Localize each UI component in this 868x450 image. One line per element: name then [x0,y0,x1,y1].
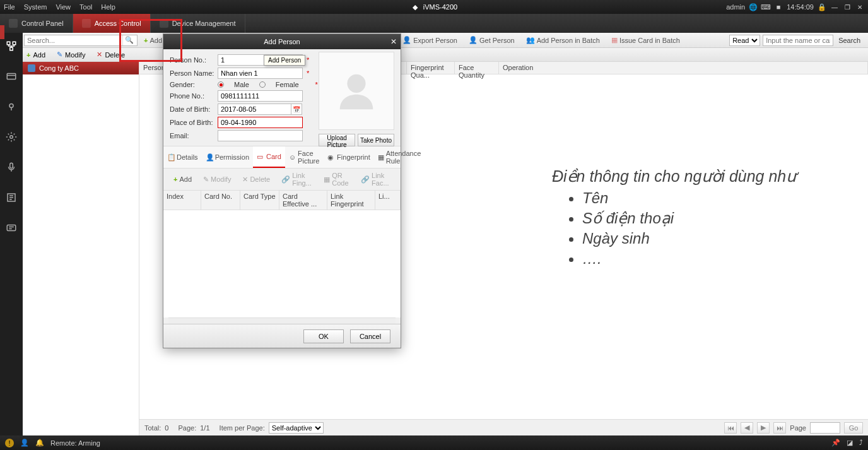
org-modify[interactable]: ✎Modify [57,50,85,59]
item-per-page-select[interactable]: Self-adaptive [269,422,324,434]
dtab-face[interactable]: ☺Face Picture [285,146,324,168]
pager-last[interactable]: ⏭ [773,422,786,434]
rail-message-icon[interactable] [4,221,18,235]
status-collapse-icon[interactable]: ⤴ [859,439,863,447]
calendar-icon[interactable]: 📅 [291,104,302,115]
pager-first[interactable]: ⏮ [724,422,737,434]
keyboard-icon[interactable]: ⌨ [761,3,770,11]
card-icon: ▭ [257,153,264,160]
card-col-effective[interactable]: Card Effective ... [279,191,327,210]
input-email[interactable] [218,130,303,141]
status-window-icon[interactable]: ◪ [847,439,853,447]
toolbar-get-person[interactable]: 👤Get Person [464,33,520,47]
filter-input[interactable] [763,35,833,46]
pager-page-input[interactable] [810,422,840,434]
tab-device-management[interactable]: Device Management [151,14,245,33]
pager-next[interactable]: ▶ [757,422,770,434]
warning-icon[interactable]: ! [5,439,14,447]
app-icon: ◆ [411,3,419,11]
search-wrap: 🔍 [24,35,138,46]
label-gender: Gender: [170,81,218,88]
pager-prev[interactable]: ◀ [741,422,753,434]
rail-card-icon[interactable] [4,69,18,83]
lock-icon[interactable]: 🔒 [818,3,826,11]
user-label: admin [726,3,745,11]
card-col-no[interactable]: Card No. [201,191,240,210]
card-col-link-fp[interactable]: Link Fingerprint [327,191,375,210]
toolbar-issue-batch[interactable]: ▦Issue Card in Batch [606,33,685,47]
tooltip-add-person: Add Person [264,55,305,66]
take-photo-button[interactable]: Take Photo [358,134,394,146]
card-add[interactable]: +Add [168,172,197,186]
pager-go[interactable]: Go [844,422,863,434]
minimize-icon[interactable]: — [830,3,839,11]
rail-org-icon[interactable] [4,39,18,53]
close-window-icon[interactable]: ✕ [855,3,864,11]
dtab-attendance[interactable]: ▦Attendance Rule [374,146,426,168]
dtab-permission[interactable]: 👤Permission [202,146,253,168]
svg-rect-0 [7,42,10,45]
rail-report-icon[interactable] [4,191,18,204]
pager-page-word: Page [790,424,806,432]
ok-button[interactable]: OK [303,329,344,343]
record-icon[interactable]: ■ [774,3,783,11]
radio-female[interactable] [259,81,266,88]
dtab-card[interactable]: ▭Card [253,146,285,168]
card-scrollbar[interactable] [168,317,396,324]
card-col-link[interactable]: Li... [375,191,401,210]
rail-door-icon[interactable] [4,100,18,114]
input-pob[interactable] [218,117,303,128]
tab-control-panel[interactable]: Control Panel [0,14,73,33]
rail-settings-icon[interactable] [4,130,18,144]
upload-picture-button[interactable]: Upload Picture [319,134,355,146]
card-grid-header: Index Card No. Card Type Card Effective … [163,190,401,210]
annotation-heading: Điền thông tin cho người dùng như [552,167,796,186]
tab-access-control[interactable]: Access Control [73,14,151,33]
search-icon[interactable]: 🔍 [122,35,135,45]
input-person-name[interactable] [218,68,303,79]
col-operation[interactable]: Operation [499,62,868,74]
dialog-footer: OK Cancel [163,324,401,348]
toolbar-export-person[interactable]: 👤Export Person [397,33,462,47]
search-input[interactable] [25,37,122,44]
org-sidepane: Cong ty ABC [23,62,139,435]
dtab-details[interactable]: 📋Details [163,146,202,168]
input-phone[interactable] [218,90,303,102]
col-face-qty[interactable]: Face Quantity [455,62,499,74]
toolbar-add-batch[interactable]: 👥Add Person in Batch [521,33,605,47]
radio-male[interactable] [218,81,224,88]
app-title: ◆ iVMS-4200 [411,3,457,11]
label-phone: Phone No.: [170,92,218,100]
search-button[interactable]: Search [836,37,863,44]
menu-help[interactable]: Help [101,3,115,11]
menu-tool[interactable]: Tool [79,3,92,11]
status-alarm-icon[interactable]: 🔔 [35,439,44,447]
globe-icon[interactable]: 🌐 [749,3,758,11]
org-add[interactable]: +Add [26,51,45,59]
status-pin-icon[interactable]: 📌 [831,439,840,447]
card-col-type[interactable]: Card Type [240,191,279,210]
dialog-titlebar[interactable]: Add Person ✕ [163,34,401,49]
rail-voice-icon[interactable] [4,160,18,174]
dialog-tabs: 📋Details 👤Permission ▭Card ☺Face Picture… [163,146,401,169]
input-dob[interactable] [218,104,291,115]
cancel-button[interactable]: Cancel [350,329,390,343]
org-delete[interactable]: ✕Delete [97,50,125,59]
menu-system[interactable]: System [24,3,47,11]
menu-view[interactable]: View [56,3,71,11]
pager-item-label: Item per Page: [220,424,265,432]
svg-rect-8 [7,225,16,231]
menu-file[interactable]: File [4,3,15,11]
card-col-index[interactable]: Index [163,191,201,210]
restore-icon[interactable]: ❐ [843,3,852,11]
card-link-face: 🔗Link Fac... [356,172,396,186]
access-control-icon [82,19,91,28]
tabstrip: Control Panel Access Control Device Mana… [0,14,868,33]
org-root[interactable]: Cong ty ABC [23,62,139,74]
dtab-fingerprint[interactable]: ◉Fingerprint [324,146,374,168]
read-mode-select[interactable]: Read [729,35,760,46]
col-fingerprint-qty[interactable]: Fingerprint Qua... [407,62,455,74]
dialog-close-icon[interactable]: ✕ [390,37,397,46]
label-person-name: Person Name: [170,69,218,77]
status-person-icon[interactable]: 👤 [20,439,29,447]
